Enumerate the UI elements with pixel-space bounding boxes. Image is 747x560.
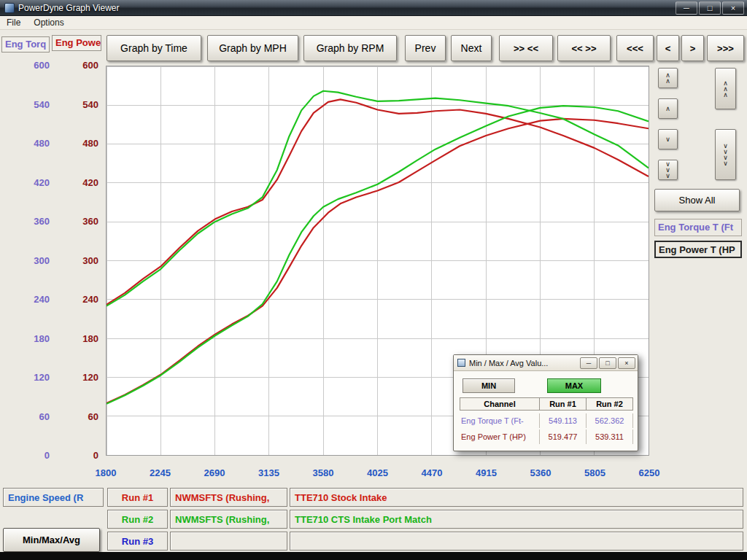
bottom-edge [0, 552, 747, 560]
rpm-tick-label: 2245 [138, 467, 183, 479]
prev-button[interactable]: Prev [405, 35, 446, 61]
power-tick-label: 180 [68, 333, 98, 345]
run2-label[interactable]: Run #2 [107, 510, 168, 529]
rpm-tick-label: 5805 [573, 467, 618, 479]
menu-bar: File Options [0, 16, 747, 30]
power-tick-label: 540 [68, 99, 98, 111]
scale-up-double-icon[interactable]: ∧ ∧ [658, 68, 678, 88]
x-axis-channel-box[interactable]: Engine Speed (R [3, 488, 104, 507]
scroll-far-left-button[interactable]: <<< [616, 35, 654, 61]
minmax-window[interactable]: Min / Max / Avg Valu... ─ □ × MIN MAX Ch… [453, 354, 638, 451]
legend-power-channel[interactable]: Eng Power T (HP [654, 241, 742, 258]
run3-name-field[interactable] [170, 532, 287, 551]
minmax-window-icon [457, 359, 465, 367]
torque-tick-label: 300 [19, 255, 50, 267]
torque-axis-title[interactable]: Eng Torq [1, 36, 50, 52]
run3-description-field[interactable] [290, 532, 743, 551]
scale-down-triple-icon[interactable]: ∨ ∨ ∨ [658, 160, 678, 180]
run1-label[interactable]: Run #1 [107, 488, 168, 507]
minmax-minimize-button[interactable]: ─ [580, 357, 597, 369]
torque-tick-label: 600 [19, 60, 50, 71]
power-axis-title[interactable]: Eng Powe [52, 35, 101, 51]
run2-description-field[interactable]: TTE710 CTS Intake Port Match [290, 510, 743, 529]
minmax-title-bar[interactable]: Min / Max / Avg Valu... ─ □ × [454, 355, 638, 371]
zoom-out-button[interactable]: << >> [557, 35, 611, 61]
run2-name-field[interactable]: NWMSFTS (Rushing, [170, 510, 287, 529]
minmax-torque-run1-value: 549.113 [540, 413, 587, 428]
minmaxavg-button[interactable]: Min/Max/Avg [3, 528, 100, 552]
minmax-restore-button[interactable]: □ [599, 357, 616, 369]
rpm-tick-label: 2690 [192, 467, 237, 479]
scale-up-icon[interactable]: ∧ [658, 98, 678, 119]
rpm-tick-label: 1800 [83, 467, 128, 479]
graph-by-mph-button[interactable]: Graph by MPH [207, 35, 298, 61]
table-row: Eng Torque T (Ft- 549.113 562.362 [460, 413, 633, 428]
rpm-tick-label: 4470 [409, 467, 454, 479]
power-tick-label: 240 [68, 294, 98, 306]
window-controls: ─ □ × [674, 1, 744, 15]
menu-file[interactable]: File [0, 16, 27, 29]
scroll-far-right-button[interactable]: >>> [707, 35, 744, 61]
power-tick-label: 600 [68, 60, 98, 71]
table-row: Eng Power T (HP) 519.477 539.311 [460, 429, 633, 444]
next-button[interactable]: Next [451, 35, 492, 61]
min-toggle-button[interactable]: MIN [462, 378, 515, 393]
torque-tick-label: 480 [19, 138, 50, 149]
rpm-tick-label: 6250 [627, 467, 672, 479]
minmax-torque-run2-value: 562.362 [587, 413, 633, 428]
graph-by-rpm-button[interactable]: Graph by RPM [303, 35, 397, 61]
minmax-torque-channel: Eng Torque T (Ft- [460, 413, 540, 428]
minmax-table-header: Channel Run #1 Run #2 [460, 397, 632, 411]
column-run1[interactable]: Run #1 [539, 397, 587, 411]
torque-tick-label: 540 [19, 99, 50, 111]
legend-torque-channel[interactable]: Eng Torque T (Ft [654, 219, 742, 236]
scale-down-icon[interactable]: ∨ [658, 129, 678, 149]
window-title: PowerDyne Graph Viewer [18, 3, 120, 13]
minmax-close-button[interactable]: × [618, 357, 635, 369]
power-tick-label: 300 [68, 255, 98, 267]
torque-tick-label: 60 [19, 411, 50, 423]
minmax-power-run1-value: 519.477 [540, 429, 587, 444]
torque-tick-label: 420 [19, 177, 50, 189]
torque-tick-label: 360 [19, 216, 50, 228]
page-up-icon[interactable]: ∧ ∧ ∧ [715, 68, 736, 109]
page-down-icon[interactable]: ∨ ∨ ∨ ∨ [715, 129, 736, 180]
torque-tick-label: 0 [19, 450, 50, 462]
power-tick-label: 420 [68, 177, 98, 189]
power-tick-label: 0 [68, 450, 98, 462]
minimize-button[interactable]: ─ [676, 1, 697, 15]
graph-by-time-button[interactable]: Graph by Time [107, 35, 201, 61]
run3-label[interactable]: Run #3 [107, 532, 168, 551]
app-icon [4, 3, 15, 13]
zoom-in-button[interactable]: >> << [499, 35, 553, 61]
power-tick-label: 120 [68, 372, 98, 384]
rpm-tick-label: 5360 [518, 467, 563, 479]
minmax-power-channel: Eng Power T (HP) [460, 429, 540, 444]
minmax-power-run2-value: 539.311 [587, 429, 633, 444]
torque-tick-label: 180 [19, 333, 50, 345]
rpm-tick-label: 4915 [464, 467, 509, 479]
power-tick-label: 480 [68, 138, 98, 149]
minmax-window-title: Min / Max / Avg Valu... [469, 359, 578, 368]
power-tick-label: 60 [68, 411, 98, 423]
scroll-right-button[interactable]: > [681, 35, 704, 61]
torque-tick-label: 240 [19, 294, 50, 306]
max-toggle-button[interactable]: MAX [547, 378, 601, 393]
maximize-button[interactable]: □ [699, 1, 721, 15]
run1-name-field[interactable]: NWMSFTS (Rushing, [170, 488, 287, 507]
torque-tick-label: 120 [19, 372, 50, 384]
column-channel: Channel [460, 397, 540, 411]
menu-options[interactable]: Options [27, 16, 70, 29]
scroll-left-button[interactable]: < [657, 35, 679, 61]
power-tick-label: 360 [68, 216, 98, 228]
run1-description-field[interactable]: TTE710 Stock Intake [290, 488, 743, 507]
title-bar[interactable]: PowerDyne Graph Viewer ─ □ × [0, 0, 747, 16]
column-run2[interactable]: Run #2 [586, 397, 633, 411]
show-all-button[interactable]: Show All [654, 189, 740, 211]
close-button[interactable]: × [722, 1, 744, 15]
rpm-tick-label: 4025 [355, 467, 400, 479]
rpm-tick-label: 3135 [247, 467, 292, 479]
rpm-tick-label: 3580 [301, 467, 346, 479]
